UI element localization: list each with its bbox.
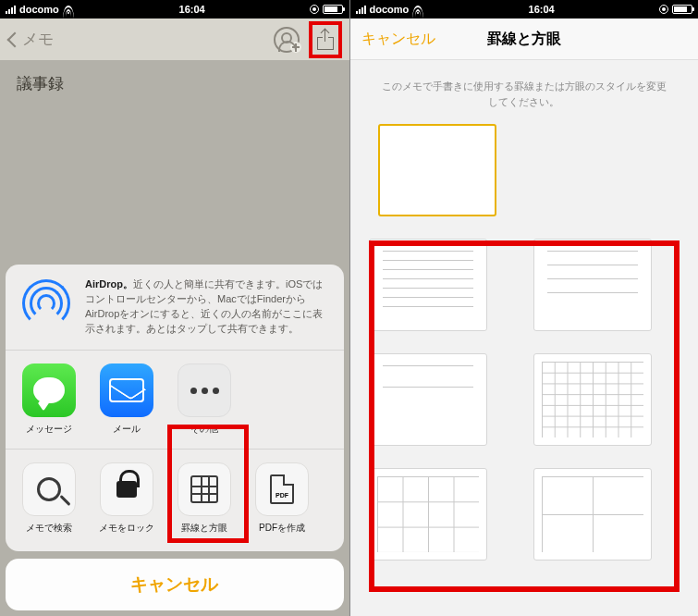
share-icon[interactable] bbox=[317, 30, 334, 50]
more-icon bbox=[178, 363, 231, 417]
screenshot-lines-grids: docomo 16:04 キャンセル 罫線と方眼 このメモで手書きに使用する罫線… bbox=[349, 0, 699, 616]
carrier-label: docomo bbox=[370, 4, 410, 15]
signal-icon bbox=[6, 6, 16, 14]
note-title: 議事録 bbox=[0, 60, 349, 107]
wifi-icon bbox=[63, 6, 74, 14]
style-option-blank[interactable] bbox=[378, 124, 496, 216]
status-bar: docomo 16:04 bbox=[0, 0, 349, 18]
search-icon bbox=[37, 477, 61, 501]
share-app-messages[interactable]: メッセージ bbox=[22, 363, 76, 436]
clock: 16:04 bbox=[529, 4, 555, 15]
messages-icon bbox=[22, 363, 76, 417]
share-app-mail[interactable]: メール bbox=[100, 363, 153, 436]
signal-icon bbox=[356, 6, 366, 14]
cancel-button[interactable]: キャンセル bbox=[361, 30, 435, 49]
airdrop-text: AirDrop。近くの人と簡単に共有できます。iOSではコントロールセンターから… bbox=[85, 277, 329, 337]
share-button-highlight bbox=[309, 21, 342, 58]
back-label: メモ bbox=[22, 29, 54, 50]
collaborate-button[interactable] bbox=[274, 27, 300, 53]
back-button[interactable]: メモ bbox=[7, 29, 54, 50]
action-lock-note[interactable]: メモをロック bbox=[100, 462, 153, 535]
orientation-lock-icon bbox=[310, 5, 319, 14]
carrier-label: docomo bbox=[19, 4, 59, 15]
screenshot-share-sheet: docomo 16:04 メモ 議事録 AirDrop。近くの bbox=[0, 0, 349, 616]
airdrop-icon bbox=[20, 277, 72, 329]
orientation-lock-icon bbox=[659, 5, 668, 14]
mail-icon bbox=[100, 363, 153, 417]
status-bar: docomo 16:04 bbox=[350, 0, 699, 18]
action-find-in-note[interactable]: メモで検索 bbox=[22, 462, 76, 535]
clock: 16:04 bbox=[179, 4, 205, 15]
notes-header: メモ bbox=[0, 18, 349, 60]
battery-icon bbox=[672, 5, 692, 14]
annotation-highlight bbox=[167, 425, 249, 543]
battery-icon bbox=[323, 5, 343, 14]
annotation-highlight bbox=[369, 240, 680, 592]
description-text: このメモで手書きに使用する罫線または方眼のスタイルを変更してください。 bbox=[350, 60, 699, 124]
wifi-icon bbox=[412, 6, 423, 14]
action-create-pdf[interactable]: PDF PDFを作成 bbox=[255, 462, 309, 535]
chevron-left-icon bbox=[7, 31, 18, 49]
airdrop-row[interactable]: AirDrop。近くの人と簡単に共有できます。iOSではコントロールセンターから… bbox=[6, 265, 344, 351]
pdf-icon: PDF bbox=[270, 474, 294, 504]
cancel-button[interactable]: キャンセル bbox=[6, 559, 344, 610]
lock-icon bbox=[116, 481, 137, 498]
lines-grids-header: キャンセル 罫線と方眼 bbox=[350, 18, 699, 60]
